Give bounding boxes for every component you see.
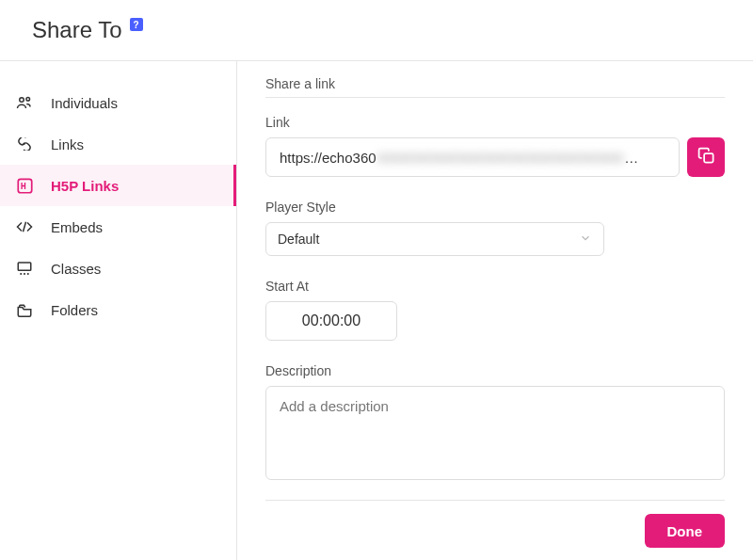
copy-icon xyxy=(697,147,715,168)
svg-point-1 xyxy=(26,97,30,101)
start-at-field-group: Start At xyxy=(265,279,725,341)
start-at-input[interactable] xyxy=(265,301,397,341)
player-style-value: Default xyxy=(278,232,319,247)
link-label: Link xyxy=(265,115,725,130)
help-icon[interactable]: ? xyxy=(130,18,143,31)
link-input[interactable]: https://echo3600000000000000000000000000… xyxy=(265,137,680,177)
svg-rect-3 xyxy=(18,263,31,270)
folder-icon xyxy=(15,303,34,317)
sidebar-item-individuals[interactable]: Individuals xyxy=(0,82,236,123)
svg-point-5 xyxy=(24,273,25,275)
player-style-label: Player Style xyxy=(265,200,725,215)
section-divider xyxy=(265,97,725,98)
svg-point-4 xyxy=(20,273,22,275)
link-ellipsis: … xyxy=(624,150,638,166)
share-dialog: Share To ? Individuals xyxy=(0,0,753,560)
dialog-footer: Done xyxy=(265,514,725,557)
dialog-header: Share To ? xyxy=(0,0,753,60)
chevron-down-icon xyxy=(579,232,592,248)
link-icon xyxy=(15,137,34,151)
sidebar-item-classes[interactable]: Classes xyxy=(0,248,236,289)
svg-point-6 xyxy=(27,273,29,275)
player-style-field-group: Player Style Default xyxy=(265,200,725,256)
sidebar-item-label: Links xyxy=(51,136,84,152)
main-panel: Share a link Link https://echo3600000000… xyxy=(237,61,753,560)
description-field-group: Description xyxy=(265,363,725,483)
sidebar-item-label: H5P Links xyxy=(51,178,119,194)
svg-rect-7 xyxy=(704,153,713,163)
start-at-label: Start At xyxy=(265,279,725,294)
users-icon xyxy=(15,95,34,110)
link-obscured-text: 0000000000000000000000000000 xyxy=(378,150,625,166)
link-field-group: Link https://echo36000000000000000000000… xyxy=(265,115,725,177)
player-style-select[interactable]: Default xyxy=(265,222,604,256)
sidebar-item-label: Embeds xyxy=(51,219,103,235)
sidebar-item-label: Classes xyxy=(51,261,101,277)
sidebar-item-folders[interactable]: Folders xyxy=(0,289,236,330)
sidebar-item-label: Individuals xyxy=(51,95,118,111)
h5p-icon xyxy=(15,178,34,194)
section-title: Share a link xyxy=(265,76,725,91)
done-button[interactable]: Done xyxy=(645,514,726,548)
sidebar-item-links[interactable]: Links xyxy=(0,123,236,165)
description-textarea[interactable] xyxy=(265,386,725,480)
svg-point-0 xyxy=(20,98,24,103)
footer-divider xyxy=(265,500,725,501)
dialog-body: Individuals Links H5P xyxy=(0,60,753,560)
link-visible-text: https://echo360 xyxy=(280,150,376,166)
class-icon xyxy=(15,261,34,276)
sidebar-item-label: Folders xyxy=(51,302,98,318)
sidebar-item-h5p-links[interactable]: H5P Links xyxy=(0,165,236,206)
sidebar-item-embeds[interactable]: Embeds xyxy=(0,206,236,248)
dialog-title: Share To xyxy=(32,17,122,43)
code-icon xyxy=(15,220,34,233)
copy-link-button[interactable] xyxy=(687,137,725,177)
description-label: Description xyxy=(265,363,725,378)
sidebar: Individuals Links H5P xyxy=(0,61,237,560)
